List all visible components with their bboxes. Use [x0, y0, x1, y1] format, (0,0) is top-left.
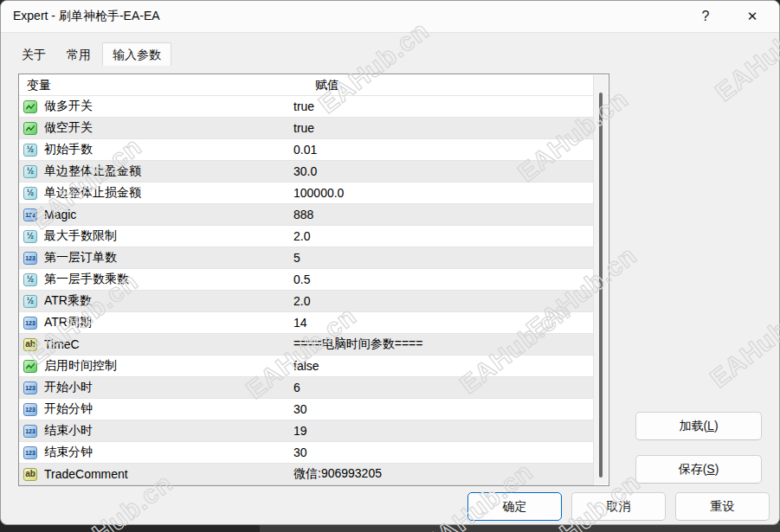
param-type-icon: ½ [23, 187, 37, 200]
table-header: 变量 赋值 [19, 74, 609, 96]
type-glyph: 123 [25, 320, 35, 326]
param-value[interactable]: 100000.0 [287, 186, 344, 200]
parameters-table: 变量 赋值 做多开关 true 做空开关 true ½ 初始手数 0.01 ½ … [18, 74, 609, 486]
param-value[interactable]: 19 [287, 424, 307, 438]
table-row[interactable]: ½ 单边整体止盈金额 30.0 [19, 161, 594, 183]
type-glyph: 123 [25, 212, 35, 218]
param-type-icon: ab [23, 468, 37, 481]
param-value[interactable]: 6 [287, 381, 300, 394]
table-row[interactable]: 123 Magic 888 [19, 204, 594, 226]
param-value[interactable]: 888 [287, 208, 313, 221]
table-row[interactable]: 做空开关 true [19, 118, 594, 139]
table-row[interactable]: ab TradeComment 微信:906993205 [19, 464, 594, 485]
column-header-value[interactable]: 赋值 [309, 74, 339, 95]
table-row[interactable]: ab TimeC ====电脑时间参数==== [19, 334, 594, 356]
table-row[interactable]: ½ 第一层手数乘数 0.5 [19, 269, 594, 291]
param-value[interactable]: 0.5 [287, 272, 310, 286]
type-glyph: ½ [27, 275, 34, 284]
table-row[interactable]: ½ 初始手数 0.01 [19, 139, 594, 161]
param-type-icon: ½ [23, 144, 37, 157]
param-name-label: Magic [44, 208, 287, 221]
param-name-label: 启用时间控制 [44, 358, 287, 374]
type-glyph: ½ [27, 232, 34, 240]
param-value[interactable]: 2.0 [287, 229, 310, 243]
type-glyph: 123 [25, 428, 35, 434]
param-value[interactable]: 0.01 [287, 143, 317, 157]
param-name-label: 做空开关 [44, 120, 287, 136]
tab-inputs[interactable]: 输入参数 [102, 42, 171, 66]
vertical-scrollbar[interactable] [593, 75, 608, 484]
save-button[interactable]: 保存(S) [635, 455, 762, 484]
param-value[interactable]: false [287, 359, 319, 373]
param-value[interactable]: 30.0 [287, 164, 317, 178]
param-type-icon: ½ [23, 273, 37, 286]
param-value[interactable]: true [287, 121, 314, 135]
param-type-icon: 123 [23, 317, 37, 330]
tab-common[interactable]: 常用 [57, 44, 100, 66]
table-row[interactable]: ½ ATR乘数 2.0 [19, 291, 594, 312]
param-value[interactable]: ====电脑时间参数==== [287, 337, 422, 352]
param-value[interactable]: 30 [287, 445, 307, 459]
title-bar: Expert - 刷单神枪手-EA-EA ? ✕ [1, 1, 779, 33]
param-rows: 做多开关 true 做空开关 true ½ 初始手数 0.01 ½ 单边整体止盈… [19, 96, 609, 485]
table-row[interactable]: 做多开关 true [19, 96, 594, 118]
param-type-icon [23, 100, 37, 113]
bool-zigzag-glyph [24, 361, 36, 371]
param-name-label: 单边整体止损金额 [44, 185, 287, 201]
close-icon[interactable]: ✕ [739, 7, 765, 26]
table-row[interactable]: 123 ATR周期 14 [19, 312, 594, 334]
table-row[interactable]: ½ 最大手数限制 2.0 [19, 226, 594, 247]
param-name-label: 第一层手数乘数 [44, 272, 287, 287]
param-type-icon: ½ [23, 295, 37, 308]
param-name-label: ATR乘数 [44, 293, 287, 309]
param-name-label: 最大手数限制 [44, 228, 287, 244]
param-value[interactable]: true [287, 99, 314, 113]
type-glyph: ab [25, 470, 35, 478]
table-row[interactable]: ½ 单边整体止损金额 100000.0 [19, 183, 594, 204]
table-row[interactable]: 123 开始小时 6 [19, 377, 594, 399]
load-button[interactable]: 加载(L) [635, 412, 762, 440]
help-icon[interactable]: ? [693, 7, 719, 26]
param-type-icon: 123 [23, 252, 37, 265]
ok-button[interactable]: 确定 [467, 492, 562, 521]
type-glyph: ½ [27, 167, 34, 176]
type-glyph: 123 [25, 407, 35, 413]
table-row[interactable]: 123 开始分钟 30 [19, 399, 594, 420]
type-glyph: ½ [27, 297, 34, 305]
param-name-label: 开始小时 [44, 380, 287, 395]
table-row[interactable]: 123 结束分钟 30 [19, 442, 594, 464]
param-value[interactable]: 微信:906993205 [287, 466, 382, 482]
reset-button[interactable]: 重设 [675, 492, 770, 521]
param-value[interactable]: 2.0 [287, 294, 310, 308]
param-type-icon: ab [23, 338, 37, 351]
type-glyph: ½ [27, 145, 34, 154]
param-type-icon: 123 [23, 446, 37, 459]
param-type-icon [23, 122, 37, 135]
type-glyph: 123 [25, 450, 35, 456]
bool-zigzag-glyph [24, 101, 36, 112]
table-row[interactable]: 123 结束小时 19 [19, 420, 594, 442]
param-name-label: 第一层订单数 [44, 250, 287, 266]
param-value[interactable]: 30 [287, 402, 307, 416]
param-name-label: 单边整体止盈金额 [44, 163, 287, 179]
scrollbar-thumb[interactable] [599, 93, 603, 478]
tab-about[interactable]: 关于 [12, 44, 55, 66]
table-row[interactable]: 启用时间控制 false [19, 356, 594, 377]
column-header-variable[interactable]: 变量 [19, 74, 309, 95]
type-glyph: 123 [25, 385, 35, 391]
type-glyph: 123 [25, 255, 35, 261]
param-type-icon: 123 [23, 425, 37, 438]
param-type-icon: 123 [23, 381, 37, 394]
param-value[interactable]: 14 [287, 316, 307, 330]
param-type-icon: ½ [23, 230, 37, 243]
param-type-icon: ½ [23, 165, 37, 178]
param-name-label: 结束小时 [44, 423, 287, 439]
table-row[interactable]: 123 第一层订单数 5 [19, 247, 594, 269]
param-name-label: TradeComment [44, 467, 287, 481]
param-name-label: 初始手数 [44, 142, 287, 157]
param-type-icon: 123 [23, 208, 37, 221]
param-name-label: TimeC [44, 337, 287, 351]
cancel-button[interactable]: 取消 [571, 492, 666, 521]
param-value[interactable]: 5 [287, 251, 300, 265]
type-glyph: ½ [27, 189, 34, 197]
